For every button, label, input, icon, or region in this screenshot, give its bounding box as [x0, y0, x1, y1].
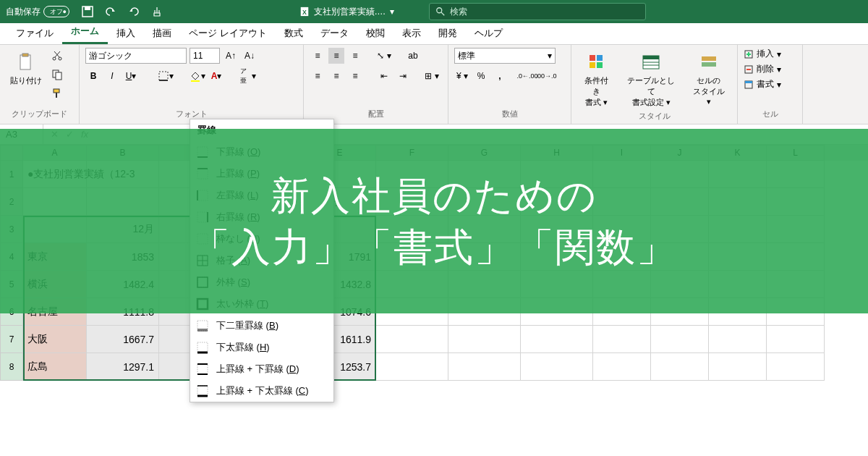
cut-icon[interactable] [49, 48, 65, 64]
cell-A7[interactable]: 大阪 [23, 326, 87, 353]
svg-point-9 [59, 57, 61, 60]
insert-icon [744, 49, 754, 59]
cell-L8[interactable] [767, 353, 825, 381]
format-icon [744, 80, 754, 90]
autosave-label: 自動保存 [6, 6, 41, 18]
copy-icon[interactable] [49, 67, 65, 83]
font-color-button[interactable]: A ▾ [208, 68, 224, 84]
increase-font-icon[interactable]: A↑ [223, 48, 239, 64]
border-menu-item-8[interactable]: 下二重罫線 (B) [190, 315, 333, 337]
cell-I7[interactable] [593, 326, 651, 353]
number-group: 標準▾ ¥ ▾ % , .0←.00 .00→.0 数値 [448, 45, 571, 124]
cell-L7[interactable] [767, 326, 825, 353]
row-header-8[interactable]: 8 [0, 353, 23, 381]
cell-styles-button[interactable]: セルの スタイル ▾ [686, 48, 731, 109]
cell-B8[interactable]: 1297.1 [87, 353, 159, 381]
merge-button[interactable]: ⊞ ▾ [424, 68, 440, 84]
fill-color-button[interactable]: ▾ [190, 68, 205, 84]
search-box[interactable]: 検索 [429, 3, 646, 20]
phonetic-button[interactable]: ア亜 ▾ [240, 68, 256, 84]
decrease-decimal-icon[interactable]: .00→.0 [538, 68, 554, 84]
undo-icon[interactable] [104, 5, 117, 18]
insert-button[interactable]: 挿入 ▾ [744, 48, 796, 60]
cell-G7[interactable] [448, 326, 521, 353]
redo-icon[interactable] [127, 5, 140, 18]
svg-rect-56 [197, 342, 208, 352]
tab-ファイル[interactable]: ファイル [7, 22, 62, 44]
cell-F8[interactable] [376, 353, 448, 381]
quick-access-toolbar [81, 5, 163, 18]
tab-ページ レイアウト[interactable]: ページ レイアウト [180, 22, 276, 44]
increase-decimal-icon[interactable]: .0←.00 [519, 68, 535, 84]
tab-ホーム[interactable]: ホーム [62, 20, 108, 44]
increase-indent-icon[interactable]: ⇥ [395, 68, 411, 84]
cell-K7[interactable] [709, 326, 767, 353]
clipboard-label: クリップボード [6, 109, 73, 121]
border-menu-item-11[interactable]: 上罫線 + 下太罫線 (C) [190, 380, 333, 402]
cells-group: 挿入 ▾ 削除 ▾ 書式 ▾ セル [738, 45, 803, 124]
cell-J7[interactable] [651, 326, 709, 353]
svg-line-5 [441, 12, 444, 15]
wrap-text-button[interactable]: ab [405, 48, 421, 64]
tab-挿入[interactable]: 挿入 [108, 22, 144, 44]
format-button[interactable]: 書式 ▾ [744, 78, 796, 90]
cell-F7[interactable] [376, 326, 448, 353]
font-group: 游ゴシック 11 A↑ A↓ B I U ▾ ▾ ▾ A ▾ ア亜 ▾ フォント [80, 45, 304, 124]
align-bottom-icon[interactable]: ≡ [347, 48, 363, 64]
align-center-icon[interactable]: ≡ [328, 68, 344, 84]
align-left-icon[interactable]: ≡ [310, 68, 326, 84]
tab-表示[interactable]: 表示 [393, 22, 430, 44]
cell-styles-icon [697, 51, 720, 74]
cell-H8[interactable] [521, 353, 593, 381]
cell-K8[interactable] [709, 353, 767, 381]
align-right-icon[interactable]: ≡ [347, 68, 363, 84]
paste-icon [14, 51, 38, 74]
cell-G8[interactable] [448, 353, 521, 381]
tab-校閲[interactable]: 校閲 [357, 22, 393, 44]
border-menu-item-9[interactable]: 下太罫線 (H) [190, 337, 333, 358]
conditional-format-icon [585, 51, 608, 74]
cell-A8[interactable]: 広島 [23, 353, 87, 381]
delete-icon [744, 64, 754, 75]
cell-J8[interactable] [651, 353, 709, 381]
autosave-toggle[interactable]: 自動保存 オフ● [6, 6, 69, 18]
tab-ヘルプ[interactable]: ヘルプ [466, 22, 511, 44]
tab-開発[interactable]: 開発 [430, 22, 466, 44]
border-menu-item-10[interactable]: 上罫線 + 下罫線 (D) [190, 358, 333, 380]
underline-button[interactable]: U ▾ [123, 68, 139, 84]
delete-button[interactable]: 削除 ▾ [744, 63, 796, 75]
bold-button[interactable]: B [85, 68, 101, 84]
border-button[interactable]: ▾ [158, 68, 174, 84]
comma-button[interactable]: , [492, 68, 508, 84]
tab-描画[interactable]: 描画 [144, 22, 180, 44]
cell-H7[interactable] [521, 326, 593, 353]
italic-button[interactable]: I [104, 68, 120, 84]
percent-button[interactable]: % [473, 68, 489, 84]
overlay-line2: 「入力」「書式」「関数」 [191, 221, 677, 272]
currency-button[interactable]: ¥ ▾ [454, 68, 470, 84]
cell-B7[interactable]: 1667.7 [87, 326, 159, 353]
format-painter-icon[interactable] [49, 85, 65, 101]
font-name-select[interactable]: 游ゴシック [85, 48, 187, 64]
touch-mode-icon[interactable] [150, 5, 163, 18]
svg-rect-58 [197, 364, 208, 374]
font-size-select[interactable]: 11 [190, 48, 220, 64]
tab-数式[interactable]: 数式 [276, 22, 312, 44]
number-format-select[interactable]: 標準▾ [454, 48, 556, 64]
document-title[interactable]: X 支社別営業実績.… ▾ [299, 6, 394, 18]
align-middle-icon[interactable]: ≡ [328, 48, 344, 64]
toggle-switch[interactable]: オフ● [43, 6, 69, 17]
tab-データ[interactable]: データ [312, 22, 357, 44]
orientation-icon[interactable]: ⤡ ▾ [376, 48, 392, 64]
row-header-7[interactable]: 7 [0, 326, 23, 353]
cell-I8[interactable] [593, 353, 651, 381]
border-double-bottom-icon [196, 319, 209, 332]
align-top-icon[interactable]: ≡ [310, 48, 326, 64]
conditional-format-button[interactable]: 条件付き 書式 ▾ [577, 48, 616, 111]
paste-button[interactable]: 貼り付け [6, 48, 46, 89]
chevron-down-icon[interactable]: ▾ [390, 7, 394, 17]
save-icon[interactable] [81, 5, 94, 18]
decrease-font-icon[interactable]: A↓ [242, 48, 258, 64]
decrease-indent-icon[interactable]: ⇤ [376, 68, 392, 84]
format-as-table-button[interactable]: テーブルとして 書式設定 ▾ [621, 48, 682, 111]
